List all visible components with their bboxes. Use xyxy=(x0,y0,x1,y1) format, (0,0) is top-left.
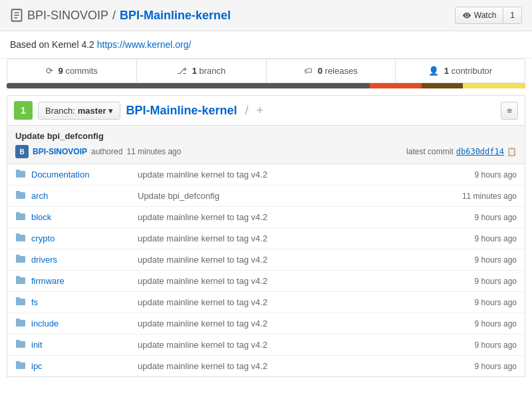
file-commit-message: update mainline kernel to tag v4.2 xyxy=(131,297,450,307)
lang-segment-c xyxy=(7,83,370,88)
table-row: Documentation update mainline kernel to … xyxy=(7,164,525,186)
commits-icon: ⟳ xyxy=(46,66,53,76)
file-name-link[interactable]: fs xyxy=(31,297,131,307)
releases-stat[interactable]: 🏷 0 releases xyxy=(267,59,396,82)
file-name-link[interactable]: arch xyxy=(31,191,131,201)
file-commit-message: Update bpi_defconfig xyxy=(131,191,450,201)
lang-segment-makefile xyxy=(370,83,422,88)
file-name-link[interactable]: Documentation xyxy=(31,170,131,180)
path-separator: / xyxy=(245,104,249,118)
file-commit-message: update mainline kernel to tag v4.2 xyxy=(131,319,450,329)
file-time: 9 hours ago xyxy=(450,298,517,307)
branch-name: master xyxy=(78,106,106,116)
commit-meta: B BPI-SINOVOIP authored 11 minutes ago l… xyxy=(15,145,517,158)
commits-label: commits xyxy=(65,66,97,76)
file-list: Documentation update mainline kernel to … xyxy=(7,164,525,377)
folder-icon xyxy=(15,211,26,223)
branch-label: Branch: xyxy=(45,106,75,116)
file-toolbar: 1 Branch: master ▾ BPI-Mainline-kernel /… xyxy=(7,95,525,126)
branches-count: 1 xyxy=(192,66,197,76)
branches-icon: ⎇ xyxy=(177,66,187,76)
file-time: 9 hours ago xyxy=(450,277,517,286)
commit-hash-label: latest commit xyxy=(406,147,454,156)
file-commit-message: update mainline kernel to tag v4.2 xyxy=(131,233,450,243)
branch-area: 1 Branch: master ▾ BPI-Mainline-kernel /… xyxy=(14,101,263,120)
commits-stat[interactable]: ⟳ 9 commits xyxy=(7,59,137,82)
watch-button[interactable]: Watch 1 xyxy=(455,7,522,24)
language-bar xyxy=(7,83,525,88)
repo-owner-link[interactable]: BPI-SINOVOIP xyxy=(27,9,108,23)
lang-segment-assembly xyxy=(422,83,463,88)
branch-badge: 1 xyxy=(14,101,33,120)
file-time: 9 hours ago xyxy=(450,340,517,350)
repo-separator: / xyxy=(112,9,116,23)
branch-selector[interactable]: Branch: master ▾ xyxy=(38,102,120,120)
watch-btn-main[interactable]: Watch xyxy=(456,7,504,23)
table-row: firmware update mainline kernel to tag v… xyxy=(7,271,525,292)
watch-label: Watch xyxy=(474,11,497,20)
folder-icon xyxy=(15,169,26,180)
repo-header: BPI-SINOVOIP / BPI-Mainline-kernel Watch… xyxy=(0,0,532,31)
table-row: arch Update bpi_defconfig 11 minutes ago xyxy=(7,186,525,207)
avatar: B xyxy=(15,145,29,158)
contributors-stat[interactable]: 👤 1 contributor xyxy=(396,59,525,82)
file-commit-message: update mainline kernel to tag v4.2 xyxy=(131,340,450,350)
folder-icon xyxy=(15,339,26,350)
commits-count: 9 xyxy=(59,66,63,76)
releases-icon: 🏷 xyxy=(304,66,313,76)
branches-label: branch xyxy=(199,66,225,76)
file-time: 11 minutes ago xyxy=(450,192,517,201)
table-row: fs update mainline kernel to tag v4.2 9 … xyxy=(7,292,525,313)
file-name-link[interactable]: ipc xyxy=(31,361,131,371)
file-time: 9 hours ago xyxy=(450,255,517,265)
file-commit-message: update mainline kernel to tag v4.2 xyxy=(131,361,450,371)
folder-icon xyxy=(15,233,26,244)
file-time: 9 hours ago xyxy=(450,234,517,243)
file-name-link[interactable]: block xyxy=(31,212,131,222)
table-row: init update mainline kernel to tag v4.2 … xyxy=(7,334,525,356)
commit-hash-link[interactable]: db630ddf14 xyxy=(456,147,504,156)
file-time: 9 hours ago xyxy=(450,213,517,222)
contributors-count: 1 xyxy=(444,66,449,76)
folder-icon xyxy=(15,275,26,287)
folder-icon xyxy=(15,360,26,372)
file-name-link[interactable]: firmware xyxy=(31,276,131,286)
file-time: 9 hours ago xyxy=(450,170,517,180)
file-commit-message: update mainline kernel to tag v4.2 xyxy=(131,212,450,222)
releases-count: 0 xyxy=(318,66,323,76)
commit-bar: Update bpi_defconfig B BPI-SINOVOIP auth… xyxy=(7,126,525,164)
repo-title: BPI-SINOVOIP / BPI-Mainline-kernel xyxy=(10,9,231,23)
file-name-link[interactable]: include xyxy=(31,319,131,329)
watch-count[interactable]: 1 xyxy=(503,7,521,23)
commit-hash-area: latest commit db630ddf14 📋 xyxy=(406,147,517,156)
folder-icon xyxy=(15,254,26,265)
contributors-icon: 👤 xyxy=(428,66,439,76)
table-row: block update mainline kernel to tag v4.2… xyxy=(7,207,525,228)
file-time: 9 hours ago xyxy=(450,362,517,371)
commit-message[interactable]: Update bpi_defconfig xyxy=(15,131,517,141)
folder-icon xyxy=(15,190,26,201)
table-row: ipc update mainline kernel to tag v4.2 9… xyxy=(7,356,525,376)
file-name-link[interactable]: drivers xyxy=(31,255,131,265)
branches-stat[interactable]: ⎇ 1 branch xyxy=(137,59,267,82)
chevron-down-icon: ▾ xyxy=(108,106,113,116)
clipboard-icon[interactable]: 📋 xyxy=(507,147,517,156)
file-name-link[interactable]: init xyxy=(31,340,131,350)
table-row: drivers update mainline kernel to tag v4… xyxy=(7,249,525,271)
stats-bar: ⟳ 9 commits ⎇ 1 branch 🏷 0 releases 👤 1 … xyxy=(7,59,525,83)
file-commit-message: update mainline kernel to tag v4.2 xyxy=(131,170,450,180)
releases-label: releases xyxy=(325,66,358,76)
author-name[interactable]: BPI-SINOVOIP xyxy=(33,147,87,156)
file-time: 9 hours ago xyxy=(450,319,517,329)
eye-icon xyxy=(462,11,471,20)
file-name-link[interactable]: crypto xyxy=(31,233,131,243)
table-row: crypto update mainline kernel to tag v4.… xyxy=(7,228,525,249)
commit-author-area: B BPI-SINOVOIP authored 11 minutes ago xyxy=(15,145,181,158)
path-plus-action[interactable]: + xyxy=(257,104,264,118)
kernel-link[interactable]: https://www.kernel.org/ xyxy=(97,39,192,50)
folder-icon xyxy=(15,297,26,308)
path-repo-name[interactable]: BPI-Mainline-kernel xyxy=(126,104,237,118)
repo-name-link[interactable]: BPI-Mainline-kernel xyxy=(120,9,231,23)
list-view-button[interactable]: ≡ xyxy=(501,102,518,120)
table-row: include update mainline kernel to tag v4… xyxy=(7,313,525,334)
